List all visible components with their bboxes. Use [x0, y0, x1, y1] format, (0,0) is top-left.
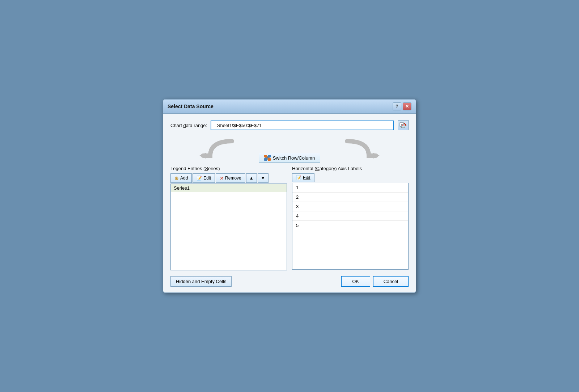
- title-bar: Select Data Source ? ✕: [163, 100, 416, 114]
- ok-button[interactable]: OK: [341, 276, 370, 287]
- axis-label: Horizontal (Category) Axis Labels: [292, 166, 409, 171]
- cancel-button[interactable]: Cancel: [373, 276, 409, 287]
- edit-series-button[interactable]: 📝 Edit: [193, 173, 215, 183]
- range-picker-button[interactable]: [398, 120, 409, 130]
- list-item[interactable]: Series1: [171, 184, 287, 192]
- switch-icon: [264, 155, 271, 161]
- select-data-source-dialog: Select Data Source ? ✕ Chart data range:: [163, 99, 416, 293]
- add-series-button[interactable]: ⊕ Add: [170, 173, 192, 183]
- svg-rect-8: [264, 158, 267, 161]
- list-item[interactable]: 1: [292, 183, 408, 193]
- svg-rect-7: [268, 155, 271, 157]
- remove-series-button[interactable]: ✕ Remove: [216, 173, 245, 183]
- list-item[interactable]: 2: [292, 193, 408, 202]
- title-bar-buttons: ? ✕: [393, 102, 411, 110]
- hidden-empty-cells-button[interactable]: Hidden and Empty Cells: [170, 276, 232, 287]
- dialog-body: Chart data range:: [163, 114, 416, 292]
- help-button[interactable]: ?: [393, 102, 401, 110]
- edit-axis-icon: 📝: [296, 175, 301, 180]
- svg-rect-9: [268, 158, 271, 161]
- list-item[interactable]: 4: [292, 211, 408, 221]
- dialog-title: Select Data Source: [168, 104, 214, 109]
- axis-labels-panel: Horizontal (Category) Axis Labels 📝 Edit…: [292, 166, 409, 270]
- axis-toolbar: 📝 Edit: [292, 173, 409, 182]
- legend-entries-panel: Legend Entries (Series) ⊕ Add 📝 Edit ✕ R…: [170, 166, 287, 270]
- left-arrow-icon: [181, 138, 254, 161]
- edit-icon: 📝: [196, 176, 202, 181]
- list-item[interactable]: 5: [292, 221, 408, 230]
- arrows-section: Switch Row/Column: [170, 138, 409, 163]
- svg-rect-6: [264, 155, 267, 157]
- close-button[interactable]: ✕: [403, 102, 411, 110]
- list-item[interactable]: 3: [292, 202, 408, 211]
- remove-icon: ✕: [220, 176, 224, 181]
- switch-row-column-button[interactable]: Switch Row/Column: [259, 153, 320, 163]
- columns-section: Legend Entries (Series) ⊕ Add 📝 Edit ✕ R…: [170, 166, 409, 270]
- chart-range-label: Chart data range:: [170, 123, 207, 128]
- bottom-row: Hidden and Empty Cells OK Cancel: [170, 276, 409, 287]
- move-up-button[interactable]: ▲: [246, 173, 257, 183]
- add-icon: ⊕: [174, 175, 179, 181]
- axis-listbox[interactable]: 1 2 3 4 5: [292, 183, 409, 270]
- legend-toolbar: ⊕ Add 📝 Edit ✕ Remove ▲ ▼: [170, 173, 287, 183]
- move-down-button[interactable]: ▼: [258, 173, 269, 183]
- series-listbox[interactable]: Series1: [170, 184, 287, 270]
- dialog-actions: OK Cancel: [341, 276, 409, 287]
- right-arrow-icon: [325, 138, 398, 161]
- chart-range-input[interactable]: [211, 121, 394, 130]
- legend-label: Legend Entries (Series): [170, 166, 287, 171]
- edit-axis-button[interactable]: 📝 Edit: [292, 173, 314, 182]
- range-picker-icon: [400, 122, 407, 128]
- chart-range-row: Chart data range:: [170, 120, 409, 130]
- svg-rect-2: [402, 125, 403, 126]
